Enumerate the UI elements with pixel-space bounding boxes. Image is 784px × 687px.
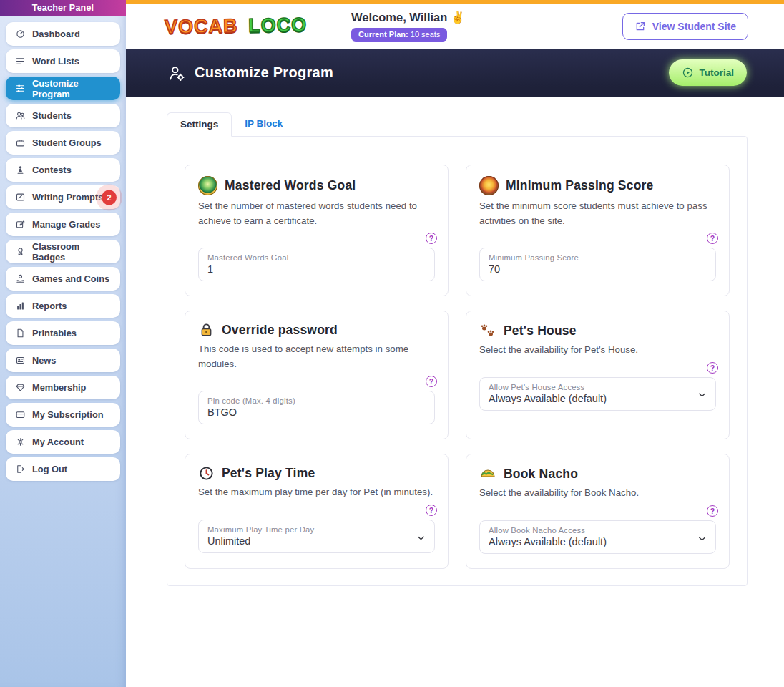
settings-panel: Mastered Words Goal Set the number of ma… [167, 136, 748, 586]
gear-icon [15, 437, 26, 447]
logout-icon [15, 464, 26, 474]
tutorial-button[interactable]: Tutorial [669, 59, 748, 86]
bar-chart-icon [15, 301, 26, 311]
pin-code-field: Pin code (Max. 4 digits) [198, 391, 435, 424]
sidebar-item-my-subscription[interactable]: My Subscription [6, 403, 120, 427]
logo-word-loco: LOCO [248, 14, 308, 36]
card-minimum-passing-score: Minimum Passing Score Set the minimum sc… [466, 165, 730, 296]
students-icon [15, 110, 26, 121]
view-student-site-button[interactable]: View Student Site [622, 13, 748, 40]
card-title: Override password [222, 323, 338, 338]
sidebar-item-customize-program[interactable]: Customize Program [6, 77, 120, 100]
selected-value: Always Available (default) [489, 536, 690, 547]
sidebar-item-label: Word Lists [32, 56, 79, 67]
sidebar-item-log-out[interactable]: Log Out [6, 457, 120, 481]
card-description: This code is used to accept new attempts… [198, 342, 435, 371]
coin-hand-icon [15, 273, 26, 284]
field-label: Mastered Words Goal [207, 253, 408, 262]
help-icon[interactable]: ? [426, 233, 437, 244]
card-description: Set the minimum score students must achi… [479, 199, 716, 228]
top-bar: VOCAB LOCO Welcome, Willian✌ Current Pla… [126, 4, 784, 49]
card-override-password: Override password This code is used to a… [185, 311, 449, 439]
lock-icon [198, 322, 215, 338]
sidebar-item-label: Manage Grades [32, 219, 100, 230]
help-icon[interactable]: ? [707, 362, 718, 374]
chevron-down-icon [697, 533, 707, 544]
card-description: Select the availability for Book Nacho. [479, 486, 716, 501]
sun-score-icon [479, 176, 499, 195]
sidebar-item-student-groups[interactable]: Student Groups [6, 131, 120, 155]
dashboard-icon [15, 29, 26, 39]
sidebar-item-printables[interactable]: Printables [6, 321, 120, 345]
settings-grid: Mastered Words Goal Set the number of ma… [185, 165, 730, 569]
plan-badge-label: Current Plan: [358, 30, 408, 39]
gem-icon [15, 382, 26, 393]
selected-value: Unlimited [207, 535, 408, 547]
card-description: Select the availability for Pet's House. [479, 343, 716, 358]
pets-house-select[interactable]: Allow Pet's House Access Always Availabl… [479, 377, 716, 411]
welcome-block: Welcome, Willian✌ Current Plan: 10 seats [351, 11, 465, 42]
book-nacho-select[interactable]: Allow Book Nacho Access Always Available… [479, 520, 716, 554]
sidebar-item-games-and-coins[interactable]: Games and Coins [6, 267, 120, 291]
sidebar-item-membership[interactable]: Membership [6, 376, 120, 399]
help-icon[interactable]: ? [426, 376, 437, 387]
sidebar: Teacher Panel Dashboard Word Lists Custo… [0, 0, 126, 687]
note-pencil-icon [15, 192, 26, 203]
play-time-select[interactable]: Maximum Play Time per Day Unlimited [198, 520, 435, 553]
card-pets-house: Pet's House Select the availability for … [466, 311, 730, 439]
page-title-text: Customize Program [195, 64, 333, 81]
sidebar-item-label: News [32, 355, 56, 366]
help-icon[interactable]: ? [426, 505, 437, 516]
sidebar-item-label: Dashboard [32, 29, 80, 39]
sidebar-item-reports[interactable]: Reports [6, 294, 120, 318]
sliders-icon [15, 83, 26, 94]
field-label: Allow Book Nacho Access [489, 526, 690, 535]
sidebar-item-dashboard[interactable]: Dashboard [6, 22, 120, 46]
globe-medal-icon [198, 176, 217, 195]
sidebar-item-label: Writing Prompts [32, 192, 103, 203]
card-description: Set the number of mastered words student… [198, 199, 435, 228]
tab-settings[interactable]: Settings [167, 112, 232, 137]
sidebar-title: Teacher Panel [0, 0, 126, 16]
field-label: Minimum Passing Score [489, 253, 690, 262]
welcome-label: Welcome, Willian [351, 11, 447, 24]
sidebar-item-my-account[interactable]: My Account [6, 430, 120, 454]
field-label: Allow Pet's House Access [489, 383, 690, 391]
external-link-icon [634, 21, 646, 32]
card-pets-play-time: Pet's Play Time Set the maximum play tim… [185, 454, 449, 569]
sidebar-item-label: Games and Coins [32, 273, 109, 284]
notification-badge: 2 [102, 190, 117, 205]
hand-emoji-icon: ✌ [450, 11, 465, 24]
tutorial-label: Tutorial [700, 67, 735, 78]
sidebar-item-contests[interactable]: Contests [6, 158, 120, 182]
sidebar-menu: Dashboard Word Lists Customize Program S… [0, 16, 126, 481]
sidebar-item-students[interactable]: Students [6, 104, 120, 127]
tab-ip-block[interactable]: IP Block [232, 112, 295, 136]
current-plan-badge: Current Plan: 10 seats [351, 28, 447, 42]
mastered-words-goal-input[interactable] [207, 263, 408, 275]
selected-value: Always Available (default) [489, 393, 690, 404]
card-title: Pet's Play Time [222, 466, 315, 481]
sidebar-item-word-lists[interactable]: Word Lists [6, 49, 120, 73]
sidebar-item-manage-grades[interactable]: Manage Grades [6, 213, 120, 236]
help-icon[interactable]: ? [707, 505, 718, 517]
sidebar-item-news[interactable]: News [6, 349, 120, 372]
sidebar-item-classroom-badges[interactable]: Classroom Badges [6, 240, 120, 263]
paw-prints-icon [479, 322, 496, 339]
page-title: Customize Program [167, 64, 333, 82]
sidebar-item-writing-prompts[interactable]: Writing Prompts 2 [6, 185, 120, 209]
help-icon[interactable]: ? [707, 233, 718, 244]
user-gear-icon [167, 64, 186, 82]
card-title: Mastered Words Goal [225, 178, 356, 193]
play-circle-icon [682, 67, 694, 79]
sidebar-item-label: My Account [32, 437, 84, 447]
field-label: Maximum Play Time per Day [207, 525, 408, 534]
pin-code-input[interactable] [207, 406, 408, 418]
card-title: Pet's House [504, 323, 577, 338]
welcome-text: Welcome, Willian✌ [351, 11, 465, 24]
minimum-passing-score-input[interactable] [489, 263, 690, 275]
card-title: Minimum Passing Score [506, 178, 653, 193]
newspaper-icon [15, 355, 26, 366]
sidebar-item-label: Student Groups [32, 137, 102, 148]
sidebar-item-label: Customize Program [32, 78, 113, 99]
